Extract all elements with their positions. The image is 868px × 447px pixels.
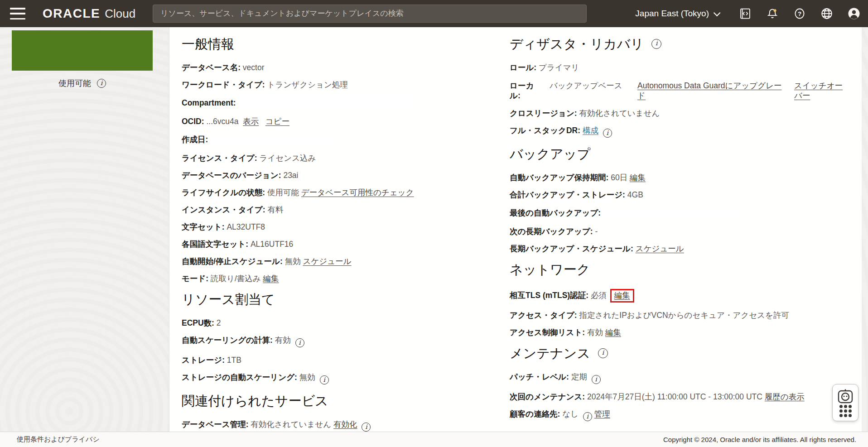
field-full-stack-dr: フル・スタックDR: 構成 <box>510 126 854 138</box>
field-customer-contacts: 顧客の連絡先: なし 管理 <box>510 410 854 421</box>
info-icon[interactable] <box>320 375 329 385</box>
region-label: Japan East (Tokyo) <box>635 9 709 19</box>
info-icon[interactable] <box>583 412 592 421</box>
field-dr-role: ロール: プライマリ <box>510 63 854 72</box>
field-autostart-schedule: 自動開始/停止スケジュール: 無効 スケジュール <box>182 257 510 266</box>
section-title-general: 一般情報 <box>182 36 510 52</box>
terms-privacy-link[interactable]: 使用条件およびプライバシ <box>17 435 100 444</box>
highlight-red-box: 編集 <box>610 289 634 303</box>
redacted-value <box>603 208 739 219</box>
field-access-control-list: アクセス制御リスト: 有効 編集 <box>510 328 854 337</box>
autostart-schedule-link[interactable]: スケジュール <box>303 257 352 266</box>
info-icon[interactable] <box>598 348 608 358</box>
field-storage: ストレージ: 1TB <box>182 356 510 365</box>
section-title-maintenance: メンテナンス <box>510 346 854 361</box>
top-header: ORACLE Cloud Japan East (Tokyo) ? <box>0 0 868 27</box>
field-next-maintenance: 次回のメンテナンス: 2024年7月27日(土) 11:00:00 UTC - … <box>510 393 854 401</box>
notifications-bell-icon[interactable] <box>766 7 779 20</box>
menu-icon[interactable] <box>10 8 25 19</box>
cloud-shell-icon[interactable] <box>738 7 752 20</box>
longterm-schedule-link[interactable]: スケジュール <box>636 244 684 253</box>
field-db-name: データベース名: vector <box>182 63 510 72</box>
field-charset: 文字セット: AL32UTF8 <box>182 223 510 231</box>
field-dr-local: ローカル: バックアップベース Autonomous Data Guardにアッ… <box>510 81 854 101</box>
details-panel: 一般情報 データベース名: vector ワークロード・タイプ: トランザクショ… <box>169 27 862 432</box>
mtls-edit-link[interactable]: 編集 <box>614 291 630 300</box>
acl-edit-link[interactable]: 編集 <box>605 328 621 337</box>
field-db-version: データベースのバージョン: 23ai <box>182 171 510 180</box>
section-title-disaster-recovery: ディザスタ・リカバリ <box>510 36 854 52</box>
copyright-text: Copyright © 2024, Oracle and/or its affi… <box>663 436 856 443</box>
full-stack-dr-configure-link[interactable]: 構成 <box>583 126 598 135</box>
field-compute-autoscaling: 自動スケーリングの計算: 有効 <box>182 336 510 347</box>
field-storage-autoscaling: ストレージの自動スケーリング: 無効 <box>182 373 510 385</box>
field-lifecycle-state: ライフサイクルの状態: 使用可能 データベース可用性のチェック <box>182 188 510 197</box>
field-ocid: OCID: ...6vcu4a 表示 コピー <box>182 117 510 126</box>
contacts-manage-link[interactable]: 管理 <box>594 409 610 418</box>
info-icon[interactable] <box>592 375 601 384</box>
field-database-management: データベース管理: 有効化されていません 有効化 <box>182 420 510 432</box>
field-access-type: アクセス・タイプ: 指定されたIPおよびVCNからのセキュア・アクセスを許可 <box>510 311 854 320</box>
chevron-down-icon <box>714 9 721 16</box>
field-mode: モード: 読取り/書込み 編集 <box>182 274 510 283</box>
field-patch-level: パッチ・レベル: 定期 <box>510 373 854 384</box>
ocid-copy-link[interactable]: コピー <box>265 117 289 126</box>
field-license-type: ライセンス・タイプ: ライセンス込み <box>182 154 510 163</box>
maintenance-history-link[interactable]: 履歴の表示 <box>765 392 805 401</box>
field-created: 作成日: <box>182 135 510 145</box>
oracle-wordmark: ORACLE <box>43 6 100 21</box>
page-body: 使用可能 一般情報 データベース名: vector ワークロード・タイプ: トラ… <box>0 27 868 432</box>
field-cross-region: クロスリージョン: 有効化されていません <box>510 109 854 118</box>
redacted-value <box>238 98 412 109</box>
switchover-link[interactable]: スイッチオーバー <box>794 81 844 101</box>
db-mgmt-enable-link[interactable]: 有効化 <box>333 420 357 429</box>
redacted-value <box>210 135 335 145</box>
info-icon[interactable] <box>362 423 371 432</box>
field-compartment: Compartment: <box>182 98 510 109</box>
field-next-longterm-backup: 次の長期バックアップ: - <box>510 227 854 236</box>
field-workload-type: ワークロード・タイプ: トランザクション処理 <box>182 81 510 89</box>
page-footer: 使用条件およびプライバシ Copyright © 2024, Oracle an… <box>0 432 868 447</box>
field-national-charset: 各国語文字セット: AL16UTF16 <box>182 240 510 249</box>
region-selector[interactable]: Japan East (Tokyo) <box>635 9 719 19</box>
field-backup-retention: 自動バックアップ保持期間: 60日 編集 <box>510 173 854 182</box>
assistant-widget[interactable] <box>832 384 858 421</box>
field-last-auto-backup: 最後の自動バックアップ: <box>510 208 854 219</box>
field-mtls-auth: 相互TLS (mTLS)認証: 必須 編集 <box>510 289 854 303</box>
mode-edit-link[interactable]: 編集 <box>263 274 279 283</box>
info-icon[interactable] <box>603 129 612 138</box>
info-icon[interactable] <box>651 39 661 49</box>
database-status-badge <box>12 30 153 71</box>
db-availability-check-link[interactable]: データベース可用性のチェック <box>301 188 414 197</box>
robot-assistant-icon <box>837 389 854 404</box>
user-avatar-icon[interactable] <box>847 7 861 20</box>
field-longterm-backup-schedule: 長期バックアップ・スケジュール: スケジュール <box>510 245 854 253</box>
ocid-show-link[interactable]: 表示 <box>243 117 259 126</box>
details-right-column: ディザスタ・リカバリ ロール: プライマリ ローカル: バックアップベース Au… <box>510 36 854 432</box>
section-title-network: ネットワーク <box>510 262 854 277</box>
field-backup-total-storage: 合計バックアップ・ストレージ: 4GB <box>510 191 854 199</box>
help-icon[interactable]: ? <box>793 7 806 20</box>
resource-summary-pane: 使用可能 <box>0 27 169 432</box>
info-icon[interactable] <box>295 338 304 347</box>
status-line: 使用可能 <box>12 78 153 89</box>
details-left-column: 一般情報 データベース名: vector ワークロード・タイプ: トランザクショ… <box>182 36 510 432</box>
oracle-cloud-logo[interactable]: ORACLE Cloud <box>43 6 135 21</box>
section-title-resources: リソース割当て <box>182 292 510 307</box>
info-icon[interactable] <box>97 79 106 88</box>
header-actions: Japan East (Tokyo) ? <box>635 7 861 20</box>
field-ecpu-count: ECPU数: 2 <box>182 319 510 327</box>
field-instance-type: インスタンス・タイプ: 有料 <box>182 206 510 214</box>
section-title-backup: バックアップ <box>510 146 854 162</box>
section-title-associated-services: 関連付けられたサービス <box>182 393 510 409</box>
upgrade-data-guard-link[interactable]: Autonomous Data Guardにアップグレード <box>637 81 782 101</box>
search-input[interactable] <box>153 5 587 23</box>
language-globe-icon[interactable] <box>820 7 834 20</box>
svg-text:?: ? <box>798 10 801 17</box>
apps-grid-icon <box>839 405 852 417</box>
cloud-wordmark: Cloud <box>105 7 135 21</box>
status-label: 使用可能 <box>58 78 91 89</box>
backup-retention-edit-link[interactable]: 編集 <box>630 173 646 182</box>
